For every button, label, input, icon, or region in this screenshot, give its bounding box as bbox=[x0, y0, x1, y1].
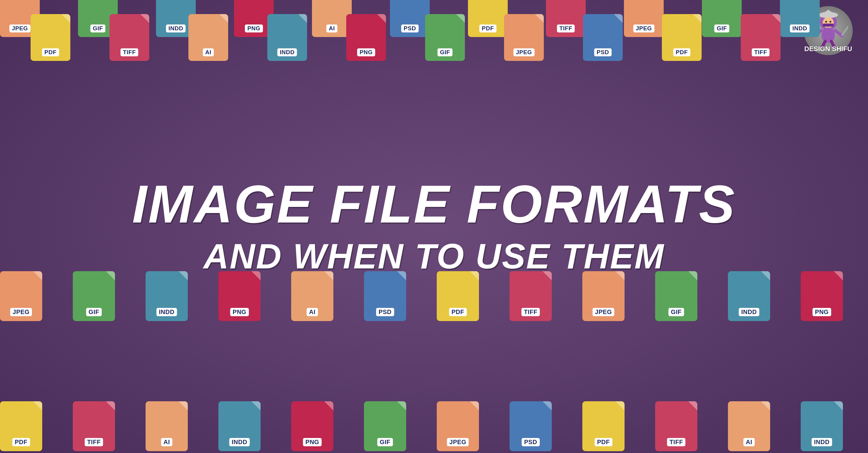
file-icon: GIF bbox=[655, 266, 698, 321]
file-icon: JPEG bbox=[0, 266, 42, 321]
icon-row: PDFTIFFAIINDDPNGGIFJPEGPSDPDFTIFFAIINDD bbox=[0, 396, 843, 451]
file-icon: INDD bbox=[728, 266, 770, 321]
file-icon: PNG bbox=[801, 266, 843, 321]
file-icon: TIFF bbox=[509, 266, 552, 321]
file-icon: AI bbox=[728, 396, 770, 451]
icon-row: PDFTIFFAIINDDPNGGIFJPEGPSDPDFTIFF bbox=[0, 9, 780, 61]
file-icon: GIF bbox=[73, 266, 115, 321]
file-icon: INDD bbox=[267, 9, 307, 61]
file-icon: PDF bbox=[437, 266, 479, 321]
file-icon: TIFF bbox=[655, 396, 698, 451]
file-icon: GIF bbox=[425, 9, 465, 61]
file-icon: TIFF bbox=[110, 9, 149, 61]
file-icon: GIF bbox=[364, 396, 406, 451]
file-icon: JPEG bbox=[437, 396, 479, 451]
file-icon: INDD bbox=[218, 396, 260, 451]
file-icon: PDF bbox=[31, 9, 70, 61]
file-icon: INDD bbox=[801, 396, 843, 451]
file-icon: PDF bbox=[662, 9, 702, 61]
file-icon: AI bbox=[188, 9, 228, 61]
main-background: DESIGN SHIFU IMAGE FILE FORMATS AND WHEN… bbox=[0, 0, 868, 453]
file-icon: TIFF bbox=[73, 396, 115, 451]
file-icon: PNG bbox=[346, 9, 386, 61]
file-icon: AI bbox=[291, 266, 333, 321]
file-icon: PDF bbox=[582, 396, 624, 451]
file-icon: PSD bbox=[364, 266, 406, 321]
file-icon: AI bbox=[146, 396, 188, 451]
file-icon: INDD bbox=[780, 0, 820, 37]
file-icon: PNG bbox=[291, 396, 333, 451]
file-icon: PSD bbox=[583, 9, 623, 61]
rows-container: JPEGGIFINDDPNGAIPSDPDFTIFFJPEGGIFINDDPDF… bbox=[0, 0, 868, 453]
file-icon: INDD bbox=[146, 266, 188, 321]
file-icon: TIFF bbox=[741, 9, 780, 61]
file-icon: JPEG bbox=[504, 9, 544, 61]
icon-row: JPEGGIFINDDPNGAIPSDPDFTIFFJPEGGIFINDDPNG bbox=[0, 266, 843, 321]
file-icon: PDF bbox=[0, 396, 42, 451]
file-icon: PNG bbox=[218, 266, 260, 321]
file-icon: PSD bbox=[509, 396, 552, 451]
file-icon: JPEG bbox=[582, 266, 624, 321]
